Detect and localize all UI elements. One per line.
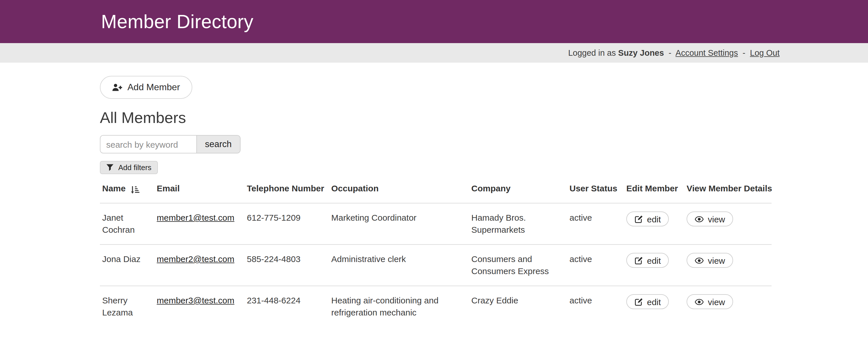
add-filters-label: Add filters <box>118 163 152 172</box>
members-table-body: Janet Cochran member1@test.com 612-775-1… <box>100 203 772 327</box>
member-email-link[interactable]: member1@test.com <box>157 213 235 222</box>
view-member-button[interactable]: view <box>687 253 733 268</box>
member-company-cell: Consumers and Consumers Express <box>469 245 567 286</box>
edit-button-label: edit <box>647 214 661 224</box>
phone-column-header: Telephone Number <box>245 183 329 203</box>
add-member-label: Add Member <box>127 82 180 92</box>
eye-icon <box>694 299 704 305</box>
user-name: Suzy Jones <box>618 48 664 57</box>
member-phone-cell: 585-224-4803 <box>245 245 329 286</box>
edit-member-button[interactable]: edit <box>626 212 669 226</box>
eye-icon <box>694 257 704 264</box>
user-status-column-header: User Status <box>567 183 624 203</box>
member-occupation-cell: Marketing Coordinator <box>329 203 469 245</box>
search-input[interactable] <box>100 136 196 153</box>
member-company-cell: Hamady Bros. Supermarkets <box>469 203 567 245</box>
name-column-header[interactable]: Name <box>100 183 154 203</box>
search-row: search <box>100 135 780 154</box>
add-member-button[interactable]: Add Member <box>100 76 192 99</box>
table-row: Sherry Lezama member3@test.com 231-448-6… <box>100 286 772 327</box>
edit-button-label: edit <box>647 255 661 265</box>
edit-pen-square-icon <box>634 215 643 223</box>
member-email-link[interactable]: member2@test.com <box>157 254 235 264</box>
member-occupation-cell: Administrative clerk <box>329 245 469 286</box>
member-status-cell: active <box>567 245 624 286</box>
search-button[interactable]: search <box>196 136 240 153</box>
view-member-cell: view <box>684 245 772 286</box>
edit-pen-square-icon <box>634 256 643 265</box>
member-status-cell: active <box>567 286 624 327</box>
view-button-label: view <box>708 297 725 307</box>
logged-in-text: Logged in as <box>568 48 616 57</box>
edit-member-column-header: Edit Member <box>624 183 684 203</box>
member-status-cell: active <box>567 203 624 245</box>
member-company-cell: Crazy Eddie <box>469 286 567 327</box>
table-row: Jona Diaz member2@test.com 585-224-4803 … <box>100 245 772 286</box>
separator: - <box>743 48 745 57</box>
member-occupation-cell: Heating air-conditioning and refrigerati… <box>329 286 469 327</box>
view-button-label: view <box>708 255 725 265</box>
view-member-details-column-header: View Member Details <box>684 183 772 203</box>
sort-amount-icon[interactable] <box>130 185 140 194</box>
eye-icon <box>694 216 704 222</box>
member-name-cell: Sherry Lezama <box>100 286 154 327</box>
separator: - <box>669 48 671 57</box>
add-filters-button[interactable]: Add filters <box>100 161 158 174</box>
member-email-cell: member2@test.com <box>154 245 245 286</box>
edit-pen-square-icon <box>634 297 643 306</box>
member-phone-cell: 612-775-1209 <box>245 203 329 245</box>
all-members-heading: All Members <box>100 109 780 127</box>
edit-member-cell: edit <box>624 203 684 245</box>
company-column-header: Company <box>469 183 567 203</box>
member-directory-app: Member Directory Logged in as Suzy Jones… <box>0 0 868 358</box>
banner: Member Directory <box>0 0 868 43</box>
edit-member-button[interactable]: edit <box>626 253 669 268</box>
email-column-header: Email <box>154 183 245 203</box>
view-member-button[interactable]: view <box>687 294 733 309</box>
user-plus-icon <box>112 83 122 91</box>
members-table: Name Email Telephone Number Occ <box>100 183 772 327</box>
view-member-cell: view <box>684 286 772 327</box>
member-email-cell: member1@test.com <box>154 203 245 245</box>
account-bar: Logged in as Suzy Jones - Account Settin… <box>0 43 868 63</box>
view-button-label: view <box>708 214 725 224</box>
view-member-button[interactable]: view <box>687 212 733 226</box>
table-header-row: Name Email Telephone Number Occ <box>100 183 772 203</box>
page-title: Member Directory <box>100 11 780 32</box>
edit-member-cell: edit <box>624 245 684 286</box>
member-email-cell: member3@test.com <box>154 286 245 327</box>
table-row: Janet Cochran member1@test.com 612-775-1… <box>100 203 772 245</box>
filter-funnel-icon <box>106 164 114 171</box>
edit-member-cell: edit <box>624 286 684 327</box>
member-email-link[interactable]: member3@test.com <box>157 295 235 305</box>
member-phone-cell: 231-448-6224 <box>245 286 329 327</box>
main-content: Add Member All Members search Add filter… <box>100 63 780 327</box>
log-out-link[interactable]: Log Out <box>750 48 780 57</box>
occupation-column-header: Occupation <box>329 183 469 203</box>
edit-member-button[interactable]: edit <box>626 294 669 309</box>
edit-button-label: edit <box>647 297 661 307</box>
view-member-cell: view <box>684 203 772 245</box>
account-settings-link[interactable]: Account Settings <box>675 48 738 57</box>
member-name-cell: Janet Cochran <box>100 203 154 245</box>
member-name-cell: Jona Diaz <box>100 245 154 286</box>
